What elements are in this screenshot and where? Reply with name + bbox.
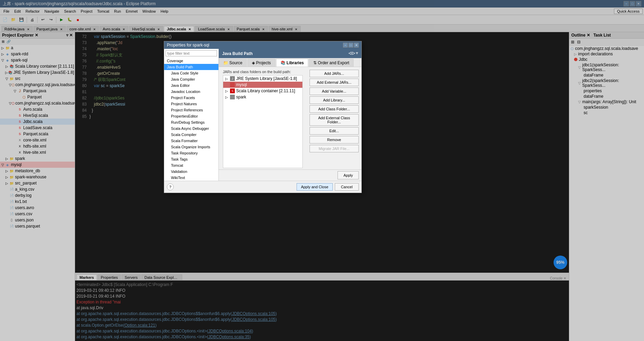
dialog-filter-wrapper <box>164 49 218 58</box>
dialog-title: Properties for spark-sql <box>167 43 209 47</box>
jre-label: JRE System Library [JavaSE-1.8] <box>236 76 297 81</box>
dialog-nav-scala-compiler[interactable]: Scala Compiler <box>164 132 218 138</box>
scala-lib-expand-icon: ▷ <box>225 89 229 93</box>
add-variable-btn[interactable]: Add Variable... <box>310 87 359 95</box>
dialog-nav-project-references[interactable]: Project References <box>164 107 218 113</box>
libraries-tab-icon: 📚 <box>281 60 286 65</box>
dialog-build-path-tabs: 📁 Source ◈ Projects 📚 Libraries ⇅ Order … <box>219 58 361 67</box>
projects-tab-label: Projects <box>256 60 271 65</box>
dialog-footer: ? Apply and Close Cancel <box>164 181 361 193</box>
dialog-close-btn[interactable]: ✕ <box>354 43 359 47</box>
build-path-scala-lib[interactable]: ▷ S Scala Library container [2.11.11] <box>223 88 302 94</box>
dialog-minimize-btn[interactable]: − <box>343 43 348 47</box>
add-class-folder-btn[interactable]: Add Class Folder... <box>310 105 359 113</box>
dialog-left-nav: Coverage Java Build Path Java Code Style… <box>164 49 219 181</box>
build-path-jre[interactable]: ▷ J JRE System Library [JavaSE-1.8] <box>223 76 302 82</box>
spark-label: spark <box>236 95 246 99</box>
scala-lib-label: Scala Library container [2.11.11] <box>236 88 295 93</box>
dialog-nav-java-compiler[interactable]: Java Compiler <box>164 76 218 82</box>
build-path-description: JARs and class folders on the build path… <box>220 68 305 75</box>
dialog-nav-wikitext[interactable]: WikiText <box>164 175 218 181</box>
spark-icon <box>230 95 235 99</box>
build-path-spark[interactable]: ▷ spark <box>223 94 302 100</box>
cancel-btn[interactable]: Cancel <box>335 183 359 191</box>
order-tab-label: Order and Export <box>318 60 349 65</box>
dialog-nav-arrows[interactable]: ◁ ▷ ▿ <box>348 51 358 55</box>
edit-btn[interactable]: Edit... <box>310 127 359 135</box>
build-path-content: JARs and class folders on the build path… <box>219 67 307 169</box>
dialog-nav-java-build-path[interactable]: Java Build Path <box>164 64 218 70</box>
source-tab-icon: 📁 <box>223 60 228 65</box>
dialog-nav-run-debug[interactable]: Run/Debug Settings <box>164 119 218 125</box>
dialog-title-controls[interactable]: − □ ✕ <box>343 43 359 47</box>
dialog-tab-source[interactable]: 📁 Source <box>219 59 247 67</box>
dialog-maximize-btn[interactable]: □ <box>348 43 353 47</box>
mysql-icon <box>230 82 235 87</box>
dialog-nav-coverage[interactable]: Coverage <box>164 58 218 64</box>
order-tab-icon: ⇅ <box>313 60 317 65</box>
source-tab-label: Source <box>229 60 242 65</box>
dialog-overlay: Properties for spark-sql − □ ✕ Coverage … <box>0 0 644 341</box>
add-library-btn[interactable]: Add Library... <box>310 96 359 104</box>
dialog-filter-input[interactable] <box>166 50 217 56</box>
jre-icon: J <box>230 76 235 81</box>
add-external-class-folder-btn[interactable]: Add External Class Folder... <box>310 114 359 126</box>
dialog-nav-project-facets[interactable]: Project Facets <box>164 95 218 101</box>
add-jars-btn[interactable]: Add JARs... <box>310 70 359 77</box>
dialog-nav-scala-async[interactable]: Scala Async Debugger <box>164 125 218 132</box>
dialog-nav-javadoc[interactable]: Javadoc Location <box>164 88 218 95</box>
apply-close-btn[interactable]: Apply and Close <box>297 183 333 191</box>
jre-expand-icon: ▷ <box>225 77 229 81</box>
dialog-nav-java-code-style[interactable]: Java Code Style <box>164 70 218 76</box>
dialog-action-buttons: Add JARs... Add External JARs... Add Var… <box>307 67 361 169</box>
help-icon[interactable]: ? <box>167 183 174 190</box>
spark-expand-icon: ▷ <box>225 95 229 99</box>
dialog-tab-order[interactable]: ⇅ Order and Export <box>309 59 354 67</box>
dialog-center-section: JARs and class folders on the build path… <box>219 67 361 169</box>
dialog-nav-scala-formatter[interactable]: Scala Formatter <box>164 138 218 144</box>
dialog-right-header: Java Build Path ◁ ▷ ▿ <box>219 49 361 58</box>
dialog-nav-scala-organize[interactable]: Scala Organize Imports <box>164 144 218 150</box>
apply-btn[interactable]: Apply <box>338 171 359 179</box>
properties-dialog: Properties for spark-sql − □ ✕ Coverage … <box>164 41 362 193</box>
dialog-nav-tomcat[interactable]: Tomcat <box>164 162 218 168</box>
libraries-tab-label: Libraries <box>287 60 304 65</box>
scala-lib-icon: S <box>230 88 235 93</box>
build-path-tree: ▷ J JRE System Library [JavaSE-1.8] mysq… <box>223 75 303 168</box>
build-path-mysql[interactable]: mysql <box>223 82 302 88</box>
add-external-jars-btn[interactable]: Add External JARs... <box>310 79 359 86</box>
dialog-body: Coverage Java Build Path Java Code Style… <box>164 49 361 181</box>
dialog-nav-task-tags[interactable]: Task Tags <box>164 156 218 162</box>
dialog-nav-validation[interactable]: Validation <box>164 168 218 175</box>
dialog-tab-projects[interactable]: ◈ Projects <box>247 59 275 67</box>
dialog-right-content: Java Build Path ◁ ▷ ▿ 📁 Source ◈ Project… <box>219 49 361 181</box>
mysql-label: mysql <box>236 82 247 87</box>
dialog-section-title: Java Build Path <box>222 51 253 56</box>
dialog-nav-project-natures[interactable]: Project Natures <box>164 101 218 107</box>
dialog-tab-libraries[interactable]: 📚 Libraries <box>276 59 309 67</box>
dialog-title-bar: Properties for spark-sql − □ ✕ <box>164 41 361 49</box>
dialog-nav-properties-editor[interactable]: PropertiesEditor <box>164 113 218 119</box>
dialog-nav-java-editor[interactable]: Java Editor <box>164 82 218 88</box>
remove-btn[interactable]: Remove <box>310 136 359 144</box>
dialog-nav-task-repo[interactable]: Task Repository <box>164 150 218 156</box>
projects-tab-icon: ◈ <box>252 60 255 65</box>
apply-row: Apply <box>219 169 361 181</box>
migrate-jar-btn[interactable]: Migrate JAR File... <box>310 145 359 152</box>
